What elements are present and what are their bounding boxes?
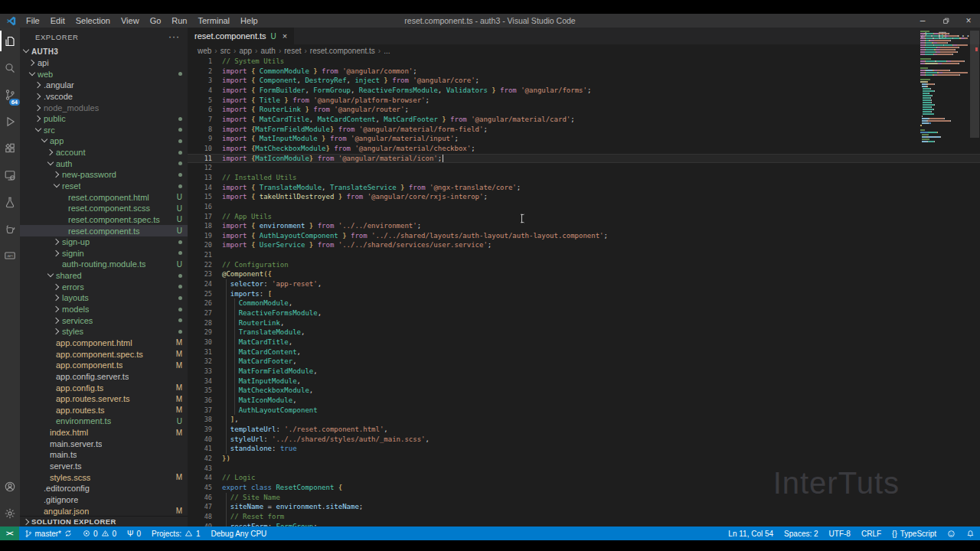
code-line-25[interactable]: 25 imports: [ (188, 289, 980, 299)
tree-item-AUTH3[interactable]: AUTH3 (20, 46, 188, 57)
tree-item-models[interactable]: models (20, 304, 188, 315)
extensions-icon[interactable] (0, 135, 20, 161)
source-control-icon[interactable]: 64 (0, 81, 20, 108)
code-line-9[interactable]: 9import { MatInputModule } from '@angula… (188, 134, 980, 144)
code-line-21[interactable]: 21 (188, 250, 980, 260)
tree-item-src[interactable]: src (20, 124, 188, 135)
tree-item-auth[interactable]: auth (20, 158, 188, 169)
code-line-24[interactable]: 24 selector: 'app-reset', (188, 279, 980, 289)
code-line-35[interactable]: 35 MatCheckboxModule, (188, 386, 980, 396)
tree-item-.angular[interactable]: .angular (20, 80, 188, 91)
code-line-11[interactable]: 11import {MatIconModule} from '@angular/… (188, 154, 980, 164)
remote-indicator[interactable]: >< (0, 527, 19, 540)
tree-item-.editorconfig[interactable]: .editorconfig (20, 483, 188, 494)
code-line-33[interactable]: 33 MatFormFieldModule, (188, 367, 980, 377)
code-line-14[interactable]: 14import { TranslateModule, TranslateSer… (188, 183, 980, 193)
code-line-30[interactable]: 30 MatCardTitle, (188, 337, 980, 347)
vertical-scrollbar[interactable] (970, 31, 979, 138)
breadcrumb-item-reset.component.ts[interactable]: reset.component.ts (310, 47, 375, 55)
problems-item[interactable]: 0 0 (77, 527, 122, 540)
tree-item-reset.component.scss[interactable]: reset.component.scssU (20, 203, 188, 214)
chevron-right-icon[interactable] (54, 284, 60, 290)
chevron-right-icon[interactable] (54, 250, 60, 256)
tree-item-app.component.html[interactable]: app.component.htmlM (20, 337, 188, 349)
code-line-23[interactable]: 23@Component({ (188, 269, 980, 279)
code-line-47[interactable]: 47 siteName = environment.siteName; (188, 502, 980, 512)
code-line-41[interactable]: 41 standalone: true (188, 444, 980, 454)
tree-item-.vscode[interactable]: .vscode (20, 91, 188, 103)
breadcrumb-item-app[interactable]: app (239, 47, 252, 55)
code-line-48[interactable]: 48 // Reset form (188, 512, 980, 522)
account-icon[interactable] (0, 473, 20, 500)
tree-item-environment.ts[interactable]: environment.tsU (20, 416, 188, 427)
tree-item-reset.component.spec.ts[interactable]: reset.component.spec.tsU (20, 214, 188, 226)
code-line-40[interactable]: 40 styleUrl: '../../shared/styles/auth/_… (188, 435, 980, 445)
tree-item-styles[interactable]: styles (20, 326, 188, 337)
code-line-27[interactable]: 27 ReactiveFormsModule, (188, 308, 980, 318)
menu-file[interactable]: File (21, 14, 45, 28)
code-line-1[interactable]: 1// System Utils (188, 57, 980, 67)
code-line-12[interactable]: 12 (188, 163, 980, 173)
tab-close-icon[interactable]: × (283, 31, 287, 41)
tree-item-index.html[interactable]: index.htmlM (20, 427, 188, 439)
chevron-down-icon[interactable] (23, 48, 29, 54)
code-line-10[interactable]: 10import {MatCheckboxModule} from '@angu… (188, 144, 980, 154)
remote-explorer-icon[interactable] (0, 161, 20, 188)
docker-icon[interactable] (0, 215, 20, 242)
chevron-right-icon[interactable] (54, 318, 60, 324)
indentation-item[interactable]: Spaces: 2 (779, 527, 823, 540)
code-line-6[interactable]: 6import { RouterLink } from '@angular/ro… (188, 105, 980, 115)
chevron-down-icon[interactable] (29, 71, 35, 77)
code-line-4[interactable]: 4import { FormBuilder, FormGroup, Reacti… (188, 86, 980, 96)
breadcrumb-item-web[interactable]: web (198, 47, 211, 55)
run-debug-icon[interactable] (0, 108, 20, 135)
code-line-8[interactable]: 8import {MatFormFieldModule} from '@angu… (188, 125, 980, 135)
explorer-more-actions-icon[interactable]: ··· (168, 31, 180, 42)
code-area[interactable]: 1// System Utils2import { CommonModule }… (188, 57, 980, 527)
tree-item-reset.component.html[interactable]: reset.component.htmlU (20, 191, 188, 203)
tree-item-services[interactable]: services (20, 315, 188, 326)
menu-edit[interactable]: Edit (45, 14, 70, 28)
chevron-down-icon[interactable] (54, 183, 60, 189)
code-line-16[interactable]: 16 (188, 202, 980, 212)
tree-item-server.ts[interactable]: server.ts (20, 461, 188, 472)
menu-view[interactable]: View (116, 14, 145, 28)
code-line-36[interactable]: 36 MatIconModule, (188, 396, 980, 406)
tree-item-app.component.spec.ts[interactable]: app.component.spec.tsM (20, 348, 188, 360)
code-line-3[interactable]: 3import { Component, DestroyRef, inject … (188, 76, 980, 86)
code-line-2[interactable]: 2import { CommonModule } from '@angular/… (188, 67, 980, 77)
notifications-bell-icon[interactable] (961, 527, 980, 540)
git-branch-item[interactable]: master* (19, 527, 77, 540)
tree-item-shared[interactable]: shared (20, 270, 188, 282)
code-line-19[interactable]: 19import { AuthLayoutComponent } from '.… (188, 231, 980, 241)
explorer-icon[interactable] (0, 28, 20, 54)
tree-item-reset.component.ts[interactable]: reset.component.tsU (20, 225, 188, 236)
chevron-right-icon[interactable] (54, 328, 60, 334)
encoding-item[interactable]: UTF-8 (824, 527, 856, 540)
tree-item-angular.json[interactable]: angular.jsonM (20, 505, 188, 517)
chevron-down-icon[interactable] (35, 127, 41, 133)
solution-explorer-section[interactable]: SOLUTION EXPLORER (20, 516, 188, 527)
menu-selection[interactable]: Selection (70, 14, 116, 28)
code-line-29[interactable]: 29 TranslateModule, (188, 328, 980, 337)
menu-help[interactable]: Help (235, 14, 263, 28)
menu-go[interactable]: Go (145, 14, 167, 28)
chevron-right-icon[interactable] (35, 116, 41, 122)
feedback-smiley-icon[interactable] (942, 527, 961, 540)
tree-item-app.routes.server.ts[interactable]: app.routes.server.tsM (20, 393, 188, 405)
breadcrumb-item-auth[interactable]: auth (260, 47, 275, 55)
settings-icon[interactable] (0, 500, 20, 527)
tree-item-app.routes.ts[interactable]: app.routes.tsM (20, 405, 188, 416)
breadcrumb-item-reset[interactable]: reset (284, 47, 301, 55)
chevron-right-icon[interactable] (54, 171, 60, 178)
language-mode-item[interactable]: {} TypeScript (887, 527, 942, 540)
restore-button[interactable] (934, 14, 957, 28)
chevron-down-icon[interactable] (47, 161, 54, 167)
chevron-down-icon[interactable] (41, 138, 47, 144)
tree-item-errors[interactable]: errors (20, 281, 188, 292)
tree-item-app.config.ts[interactable]: app.config.tsM (20, 382, 188, 393)
breadcrumb-item-...[interactable]: ... (384, 47, 390, 55)
code-line-13[interactable]: 13// Installed Utils (188, 173, 980, 183)
code-line-7[interactable]: 7import { MatCardTitle, MatCardContent, … (188, 115, 980, 125)
tree-item-app[interactable]: app (20, 135, 188, 147)
